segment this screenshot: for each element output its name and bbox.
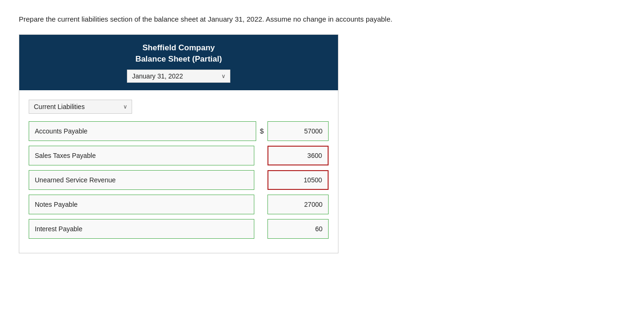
line-label-2: Unearned Service Revenue: [29, 170, 254, 190]
value-box-1[interactable]: 3600: [267, 146, 329, 165]
instructions-text: Prepare the current liabilities section …: [19, 14, 625, 25]
section-dropdown-wrapper[interactable]: Current Liabilities: [29, 100, 132, 114]
dollar-sign-0: $: [256, 127, 267, 135]
sheet-title: Balance Sheet (Partial): [29, 55, 329, 64]
line-label-4: Interest Payable: [29, 219, 254, 239]
line-label-0: Accounts Payable: [29, 121, 256, 141]
line-item-row: Accounts Payable$57000: [29, 121, 329, 141]
line-item-row: Unearned Service Revenue10500: [29, 170, 329, 190]
date-select-wrapper[interactable]: January 31, 2022: [127, 70, 230, 83]
date-select[interactable]: January 31, 2022: [127, 70, 230, 83]
line-item-row: Notes Payable27000: [29, 195, 329, 214]
line-item-row: Interest Payable60: [29, 219, 329, 239]
line-label-1: Sales Taxes Payable: [29, 146, 254, 165]
line-item-row: Sales Taxes Payable3600: [29, 146, 329, 165]
body-section: Current Liabilities Accounts Payable$570…: [19, 90, 338, 253]
line-label-3: Notes Payable: [29, 195, 254, 214]
company-name: Sheffield Company: [29, 43, 329, 53]
balance-sheet-container: Sheffield Company Balance Sheet (Partial…: [19, 34, 338, 253]
value-box-0[interactable]: 57000: [267, 121, 329, 141]
section-dropdown[interactable]: Current Liabilities: [29, 100, 132, 114]
value-box-3[interactable]: 27000: [267, 195, 329, 214]
value-box-2[interactable]: 10500: [267, 170, 329, 190]
value-box-4[interactable]: 60: [267, 219, 329, 239]
balance-sheet-header: Sheffield Company Balance Sheet (Partial…: [19, 35, 338, 90]
line-items-container: Accounts Payable$57000Sales Taxes Payabl…: [29, 121, 329, 239]
section-header-row: Current Liabilities: [29, 100, 329, 114]
